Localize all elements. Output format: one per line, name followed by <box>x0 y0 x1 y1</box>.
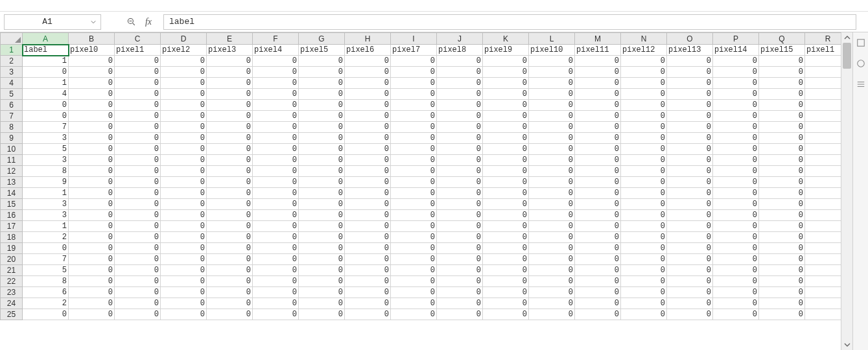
cell-C17[interactable]: 0 <box>115 221 161 232</box>
cell-F3[interactable]: 0 <box>253 67 299 78</box>
cell-R1[interactable]: pixel1 <box>805 45 841 56</box>
cell-E24[interactable]: 0 <box>207 298 253 309</box>
cell-C8[interactable]: 0 <box>115 122 161 133</box>
cell-P5[interactable]: 0 <box>713 89 759 100</box>
row-header-4[interactable]: 4 <box>1 78 23 89</box>
cell-F15[interactable]: 0 <box>253 199 299 210</box>
cell-F18[interactable]: 0 <box>253 232 299 243</box>
cell-C6[interactable]: 0 <box>115 100 161 111</box>
cell-P24[interactable]: 0 <box>713 298 759 309</box>
cell-N10[interactable]: 0 <box>621 144 667 155</box>
row-header-25[interactable]: 25 <box>1 309 23 320</box>
cell-B2[interactable]: 0 <box>69 56 115 67</box>
cell-B22[interactable]: 0 <box>69 276 115 287</box>
cell-D7[interactable]: 0 <box>161 111 207 122</box>
cell-L22[interactable]: 0 <box>529 276 575 287</box>
row-header-10[interactable]: 10 <box>1 144 23 155</box>
cell-G25[interactable]: 0 <box>299 309 345 320</box>
cell-G16[interactable]: 0 <box>299 210 345 221</box>
cell-M13[interactable]: 0 <box>575 177 621 188</box>
cell-N7[interactable]: 0 <box>621 111 667 122</box>
cell-M17[interactable]: 0 <box>575 221 621 232</box>
cell-E2[interactable]: 0 <box>207 56 253 67</box>
cell-Q20[interactable]: 0 <box>759 254 805 265</box>
cell-J14[interactable]: 0 <box>437 188 483 199</box>
cell-G13[interactable]: 0 <box>299 177 345 188</box>
row-header-1[interactable]: 1 <box>1 45 23 56</box>
cell-M1[interactable]: pixel11 <box>575 45 621 56</box>
cell-B7[interactable]: 0 <box>69 111 115 122</box>
row-header-16[interactable]: 16 <box>1 210 23 221</box>
cell-A6[interactable]: 0 <box>23 100 69 111</box>
cell-M10[interactable]: 0 <box>575 144 621 155</box>
column-header-I[interactable]: I <box>391 33 437 45</box>
cell-F23[interactable]: 0 <box>253 287 299 298</box>
cell-A17[interactable]: 1 <box>23 221 69 232</box>
cell-E4[interactable]: 0 <box>207 78 253 89</box>
cell-D15[interactable]: 0 <box>161 199 207 210</box>
cell-A5[interactable]: 4 <box>23 89 69 100</box>
cell-K14[interactable]: 0 <box>483 188 529 199</box>
cell-A4[interactable]: 1 <box>23 78 69 89</box>
cell-R2[interactable] <box>805 56 841 67</box>
cell-F5[interactable]: 0 <box>253 89 299 100</box>
cell-B13[interactable]: 0 <box>69 177 115 188</box>
scroll-down-icon[interactable] <box>841 340 852 350</box>
cell-Q1[interactable]: pixel15 <box>759 45 805 56</box>
cell-G18[interactable]: 0 <box>299 232 345 243</box>
cell-F8[interactable]: 0 <box>253 122 299 133</box>
cell-C5[interactable]: 0 <box>115 89 161 100</box>
row-header-5[interactable]: 5 <box>1 89 23 100</box>
cell-K13[interactable]: 0 <box>483 177 529 188</box>
cell-M18[interactable]: 0 <box>575 232 621 243</box>
cell-I3[interactable]: 0 <box>391 67 437 78</box>
cell-Q19[interactable]: 0 <box>759 243 805 254</box>
cell-H10[interactable]: 0 <box>345 144 391 155</box>
cell-N1[interactable]: pixel12 <box>621 45 667 56</box>
cell-R12[interactable] <box>805 166 841 177</box>
cell-G5[interactable]: 0 <box>299 89 345 100</box>
cell-B20[interactable]: 0 <box>69 254 115 265</box>
cell-I17[interactable]: 0 <box>391 221 437 232</box>
cell-M24[interactable]: 0 <box>575 298 621 309</box>
cell-A22[interactable]: 8 <box>23 276 69 287</box>
cell-M12[interactable]: 0 <box>575 166 621 177</box>
cell-M7[interactable]: 0 <box>575 111 621 122</box>
cell-Q7[interactable]: 0 <box>759 111 805 122</box>
cell-H5[interactable]: 0 <box>345 89 391 100</box>
cell-D10[interactable]: 0 <box>161 144 207 155</box>
cell-M3[interactable]: 0 <box>575 67 621 78</box>
cell-P19[interactable]: 0 <box>713 243 759 254</box>
column-header-P[interactable]: P <box>713 33 759 45</box>
cell-B10[interactable]: 0 <box>69 144 115 155</box>
cell-R7[interactable] <box>805 111 841 122</box>
cell-D13[interactable]: 0 <box>161 177 207 188</box>
cell-B6[interactable]: 0 <box>69 100 115 111</box>
cell-L24[interactable]: 0 <box>529 298 575 309</box>
name-box-dropdown-icon[interactable] <box>90 19 97 25</box>
cell-Q4[interactable]: 0 <box>759 78 805 89</box>
cell-E12[interactable]: 0 <box>207 166 253 177</box>
cell-Q22[interactable]: 0 <box>759 276 805 287</box>
cell-R14[interactable] <box>805 188 841 199</box>
cell-O11[interactable]: 0 <box>667 155 713 166</box>
cell-A16[interactable]: 3 <box>23 210 69 221</box>
row-header-2[interactable]: 2 <box>1 56 23 67</box>
cell-P13[interactable]: 0 <box>713 177 759 188</box>
rail-icon-3[interactable] <box>856 79 866 89</box>
cell-G12[interactable]: 0 <box>299 166 345 177</box>
cell-D16[interactable]: 0 <box>161 210 207 221</box>
cell-K17[interactable]: 0 <box>483 221 529 232</box>
cell-K9[interactable]: 0 <box>483 133 529 144</box>
cell-K7[interactable]: 0 <box>483 111 529 122</box>
cell-M6[interactable]: 0 <box>575 100 621 111</box>
cell-F19[interactable]: 0 <box>253 243 299 254</box>
row-header-12[interactable]: 12 <box>1 166 23 177</box>
cell-B25[interactable]: 0 <box>69 309 115 320</box>
cell-D23[interactable]: 0 <box>161 287 207 298</box>
cell-B11[interactable]: 0 <box>69 155 115 166</box>
column-header-F[interactable]: F <box>253 33 299 45</box>
cell-O23[interactable]: 0 <box>667 287 713 298</box>
cell-O8[interactable]: 0 <box>667 122 713 133</box>
cell-A25[interactable]: 0 <box>23 309 69 320</box>
